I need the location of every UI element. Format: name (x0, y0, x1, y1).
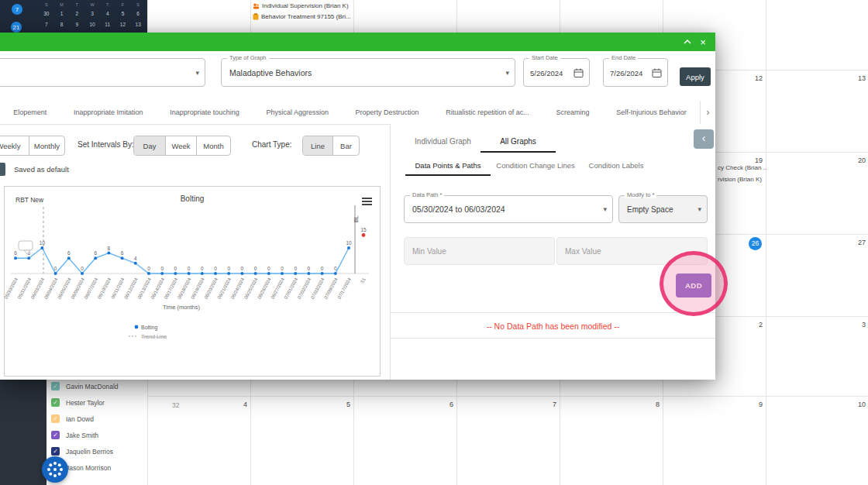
data-point[interactable] (227, 272, 230, 275)
type-of-graph-select[interactable]: Type of Graph Maladaptive Behaviors ▾ (221, 58, 515, 87)
monthly-button[interactable]: Monthly (29, 136, 64, 155)
interval-month-button[interactable]: Month (196, 136, 230, 155)
close-modal-button[interactable]: × (697, 36, 709, 48)
data-point[interactable] (281, 272, 284, 275)
data-point[interactable] (214, 272, 217, 275)
agenda-event[interactable]: Behavior Treatment 97155 (Bri... (253, 13, 351, 20)
calendar-date[interactable]: 5 (324, 401, 350, 408)
subtab-condition-change-lines[interactable]: Condition Change Lines (491, 155, 580, 176)
data-point[interactable] (121, 256, 124, 260)
mini-calendar-cell[interactable]: 10 (84, 22, 100, 27)
calendar-date[interactable]: 7 (530, 401, 556, 408)
mini-calendar-cell[interactable]: 2 (69, 11, 84, 16)
data-point[interactable] (54, 272, 57, 275)
behavior-tab-physical-aggression[interactable]: Physical Aggression (253, 101, 342, 124)
add-button[interactable]: ADD (676, 273, 711, 298)
tab-all-graphs[interactable]: All Graphs (480, 130, 556, 153)
data-point[interactable] (81, 272, 84, 275)
data-point[interactable] (334, 272, 337, 275)
interval-day-button[interactable]: Day (134, 136, 165, 155)
mini-calendar-cell[interactable]: 3 (84, 11, 100, 16)
baseline-data-point[interactable] (362, 233, 366, 237)
client-list-item[interactable]: ✓Jaquelin Berrios (46, 443, 147, 459)
calendar-event[interactable]: rvision (Brian K) (718, 176, 762, 183)
client-checkbox[interactable]: ✓ (51, 382, 60, 390)
calendar-event[interactable]: cy Check (Brian .. (718, 164, 766, 171)
collapse-panel-button[interactable]: ‹ (694, 129, 714, 149)
data-point[interactable] (147, 272, 150, 275)
data-point[interactable] (294, 272, 297, 275)
mini-calendar-cell[interactable]: 13 (130, 22, 146, 27)
client-list-item[interactable]: ✓Jake Smith (46, 427, 147, 443)
calendar-date[interactable]: 12 (736, 74, 763, 82)
client-checkbox[interactable]: ✓ (51, 447, 60, 456)
tab-individual-graph[interactable]: Individual Graph (405, 130, 480, 153)
data-point[interactable] (307, 272, 310, 275)
behavior-tab-elopement[interactable]: Elopement (0, 101, 60, 124)
mini-calendar-cell[interactable]: 9 (69, 22, 84, 27)
data-point[interactable] (67, 256, 71, 260)
behavior-tab-screaming[interactable]: Screaming (542, 101, 603, 124)
mini-calendar[interactable]: SMTWTFS3012345678910111213 (39, 1, 146, 29)
legend-label-disabled[interactable]: Trend Line (141, 334, 167, 339)
notification-badge[interactable]: 21 (11, 22, 22, 33)
data-point[interactable] (40, 246, 43, 249)
calendar-date[interactable]: 13 (839, 74, 866, 82)
calendar-date[interactable]: 2 (736, 321, 763, 328)
client-checkbox[interactable]: ✓ (51, 398, 60, 407)
min-value-input[interactable] (404, 237, 555, 265)
behavior-tab-self-injurious-behavior[interactable]: Self-Injurious Behavior (603, 101, 700, 124)
mini-calendar-cell[interactable]: 4 (100, 11, 115, 16)
mini-calendar-cell[interactable]: F (115, 2, 131, 7)
subtab-condition-labels[interactable]: Condition Labels (580, 155, 652, 176)
calendar-date[interactable]: 9 (736, 401, 763, 408)
mini-calendar-cell[interactable]: S (39, 2, 54, 7)
data-point[interactable] (160, 272, 164, 275)
data-point[interactable] (267, 272, 270, 275)
calendar-date[interactable]: 20 (839, 157, 866, 164)
calendar-date[interactable]: 19 (736, 157, 763, 164)
end-date-field[interactable]: End Date 7/26/2024 (603, 58, 668, 87)
tabs-scroll-right-button[interactable]: › (700, 101, 715, 124)
data-point[interactable] (347, 246, 350, 249)
legend-label[interactable]: Bolting (141, 325, 158, 331)
data-point[interactable] (94, 256, 97, 260)
max-value-input[interactable] (556, 237, 708, 265)
behavior-tab-inappropriate-imitation[interactable]: Inappropriate Imitation (60, 101, 157, 124)
agenda-event[interactable]: Individual Supervision (Brian K) (253, 2, 349, 9)
mini-calendar-cell[interactable]: 8 (54, 22, 70, 27)
mini-calendar-cell[interactable]: W (84, 2, 100, 7)
calendar-date[interactable]: 27 (839, 239, 866, 246)
collapse-modal-button[interactable] (681, 36, 694, 48)
calendar-icon[interactable] (652, 67, 662, 77)
mini-calendar-cell[interactable]: 6 (130, 11, 146, 16)
weekly-button[interactable]: Weekly (0, 136, 29, 155)
chart-type-line-button[interactable]: Line (303, 136, 332, 155)
calendar-icon[interactable] (574, 67, 584, 77)
data-point[interactable] (14, 256, 17, 260)
mini-calendar-cell[interactable]: T (69, 2, 84, 7)
calendar-date[interactable]: 10 (839, 401, 866, 408)
apply-button[interactable]: Apply (680, 67, 711, 86)
calendar-date[interactable]: 8 (633, 401, 660, 408)
data-point[interactable] (107, 252, 110, 255)
mini-calendar-cell[interactable]: T (100, 2, 115, 7)
behavior-tab-ritualistic-repetition-of-ac[interactable]: Ritualistic repetition of ac... (432, 101, 542, 124)
client-list-item[interactable]: ✓Ian Dowd (46, 411, 147, 427)
start-date-field[interactable]: Start Date 5/26/2024 (523, 58, 590, 87)
mini-calendar-cell[interactable]: 11 (100, 22, 115, 27)
data-point[interactable] (174, 272, 177, 275)
data-point[interactable] (188, 272, 191, 275)
data-point[interactable] (201, 272, 204, 275)
mini-calendar-cell[interactable]: 12 (115, 22, 131, 27)
calendar-date[interactable]: 4 (221, 401, 247, 408)
calendar-date[interactable]: 3 (839, 321, 866, 328)
client-list-item[interactable]: ✓Gavin MacDonald (46, 378, 147, 394)
data-point[interactable] (134, 262, 137, 265)
client-checkbox[interactable]: ✓ (51, 414, 60, 423)
mini-calendar-cell[interactable]: 5 (115, 11, 131, 16)
interval-week-button[interactable]: Week (165, 136, 196, 155)
data-point[interactable] (240, 272, 243, 275)
notification-badge[interactable]: 7 (12, 4, 22, 15)
data-point[interactable] (321, 272, 324, 275)
